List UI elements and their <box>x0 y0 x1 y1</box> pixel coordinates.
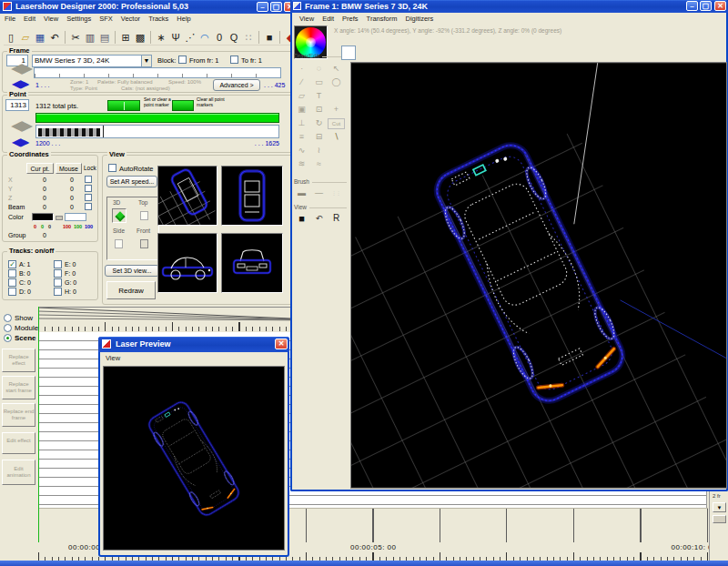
fit-view-icon[interactable]: ⊞ <box>118 30 133 45</box>
cut-icon[interactable]: ✂ <box>68 30 83 45</box>
menu-sfx[interactable]: SFX <box>99 15 113 23</box>
save-icon[interactable]: ▦ <box>33 30 47 45</box>
point-up-arrow[interactable]: ◆ <box>11 119 33 132</box>
redraw-r-button[interactable]: R <box>328 212 345 226</box>
zero-icon[interactable]: 0 <box>212 30 227 45</box>
hatch-tool-icon[interactable]: ≡ <box>293 130 310 144</box>
ruler-tool-icon[interactable]: ⊟ <box>310 130 328 144</box>
frame-menu-transform[interactable]: Transform <box>367 15 398 23</box>
replace-end-frame-button[interactable]: Replace end frame <box>2 403 35 427</box>
preview-top-pane[interactable] <box>221 166 283 226</box>
main-menubar[interactable]: FileEditViewSettingsSFXVectorTracksHelp <box>5 15 287 25</box>
display-list-icon[interactable]: ▩ <box>133 30 147 45</box>
preview-front-pane[interactable] <box>221 233 283 293</box>
color-swatch-target[interactable] <box>65 213 86 221</box>
laser-preview-close-button[interactable]: ✕ <box>275 339 288 349</box>
frame-menu-view[interactable]: View <box>299 15 314 23</box>
view-front-button[interactable] <box>137 237 152 251</box>
mouse-button[interactable]: Mouse <box>56 163 82 174</box>
menu-vector[interactable]: Vector <box>121 15 140 23</box>
point-down-arrow[interactable]: ◆ <box>12 136 29 148</box>
redraw-button[interactable]: Redraw <box>106 281 156 299</box>
rectangle-tool-icon[interactable]: ▭ <box>310 76 328 89</box>
laser-preview-menubar[interactable]: View <box>106 354 197 364</box>
open-folder-icon[interactable]: ▱ <box>18 30 33 45</box>
cur-pt-button[interactable]: Cur pt. <box>26 163 54 174</box>
track-b-checkbox[interactable] <box>8 269 16 278</box>
autorotate-checkbox[interactable] <box>108 164 116 172</box>
clear-all-markers-button[interactable] <box>172 100 194 111</box>
track-d-checkbox[interactable] <box>8 288 16 296</box>
block-from-checkbox[interactable] <box>178 56 187 64</box>
polygon-tool-icon[interactable]: ▱ <box>293 89 310 103</box>
new-icon[interactable]: ▯ <box>4 30 18 45</box>
coord-x-lock-checkbox[interactable] <box>85 176 92 183</box>
replace-effect-button[interactable]: Replace effect <box>2 349 35 372</box>
brush-wide-icon[interactable]: ▬ <box>293 187 310 200</box>
scroll-down-button[interactable]: ▼ <box>713 502 726 512</box>
replace-start-frame-button[interactable]: Replace start frame <box>2 376 35 399</box>
frame-window-titlebar[interactable]: Frame 1: BMW Series 7 3D, 24K – ▢ ✕ <box>290 0 728 13</box>
block-to-checkbox[interactable] <box>230 56 238 64</box>
ellipse-tool-icon[interactable]: ◯ <box>328 76 345 89</box>
menu-edit[interactable]: Edit <box>24 15 35 23</box>
preview-side-pane[interactable] <box>157 233 217 293</box>
laser-burst-icon[interactable]: ∗ <box>154 30 168 45</box>
point-marker-bar[interactable] <box>35 113 279 123</box>
coord-z-lock-checkbox[interactable] <box>85 194 92 201</box>
canvas-corner-checkbox[interactable] <box>341 45 356 60</box>
set-ar-speed-button[interactable]: Set AR speed... <box>106 176 157 187</box>
point-slider[interactable] <box>35 125 279 138</box>
maximize-button[interactable]: ▢ <box>270 2 282 12</box>
blank-frame-icon[interactable]: ■ <box>262 30 277 45</box>
smooth-tool-icon[interactable]: ≀ <box>310 144 328 157</box>
menu-settings[interactable]: Settings <box>66 15 91 23</box>
track-a-checkbox[interactable] <box>8 260 16 268</box>
undo-icon[interactable]: ↶ <box>47 30 62 45</box>
menu-help[interactable]: Help <box>177 15 190 23</box>
select-points-tool-icon[interactable]: ◌ <box>310 62 328 76</box>
approx-tool-icon[interactable]: ≈ <box>310 157 328 171</box>
advanced-button[interactable]: Advanced > <box>213 79 260 91</box>
laser-preview-titlebar[interactable]: Laser Preview ✕ <box>98 337 289 352</box>
scene-radio[interactable] <box>4 334 12 342</box>
color-swatch-current[interactable] <box>32 213 54 221</box>
laser-preview-menu-view[interactable]: View <box>106 354 120 362</box>
undo-view-icon[interactable]: ↶ <box>310 212 328 226</box>
view-side-button[interactable] <box>112 237 126 251</box>
menu-tracks[interactable]: Tracks <box>148 15 168 23</box>
frame-close-button[interactable]: ✕ <box>714 1 726 11</box>
module-radio[interactable] <box>4 324 12 332</box>
frame-menu-edit[interactable]: Edit <box>322 15 334 23</box>
preview-3d-pane[interactable] <box>157 166 217 226</box>
frame-window-menubar[interactable]: ViewEditPrefsTransformDigitizers <box>299 15 572 25</box>
walking-figure-icon[interactable]: Ψ <box>168 30 183 45</box>
point-tool-icon[interactable]: ∙ <box>293 62 310 76</box>
copy-icon[interactable]: ▥ <box>83 30 97 45</box>
menu-view[interactable]: View <box>44 15 58 23</box>
coord-beam-lock-checkbox[interactable] <box>85 203 92 210</box>
scanner-path-icon[interactable]: ⋰ <box>183 30 197 45</box>
frame-menu-digitizers[interactable]: Digitizers <box>405 15 433 23</box>
edit-animation-button[interactable]: Edit animation <box>2 460 35 485</box>
pen-tool-icon[interactable]: ∖ <box>328 130 345 144</box>
timeline-playhead[interactable] <box>38 307 39 542</box>
frame-minimize-button[interactable]: – <box>686 1 698 11</box>
color-slider-handle[interactable] <box>56 216 63 220</box>
coord-y-lock-checkbox[interactable] <box>85 185 92 192</box>
pick-tool-icon[interactable]: ↖ <box>328 62 345 76</box>
point-number-field[interactable]: 1313 <box>5 99 29 111</box>
frame-menu-prefs[interactable]: Prefs <box>342 15 359 23</box>
track-f-checkbox[interactable] <box>54 269 62 278</box>
set-3d-view-button[interactable]: Set 3D view... <box>105 265 159 277</box>
line-tool-icon[interactable]: ∕ <box>293 76 310 89</box>
view-top-button[interactable] <box>137 208 152 223</box>
point-slider-cursor[interactable] <box>103 126 104 138</box>
paste-icon[interactable]: ▤ <box>97 30 112 45</box>
frame-name-dropdown[interactable]: BMW Series 7 3D, 24K ▼ <box>32 55 152 67</box>
show-radio[interactable] <box>4 314 12 322</box>
axis-tool-icon[interactable]: ⊥ <box>293 116 310 130</box>
view-3d-button[interactable] <box>112 208 126 223</box>
frame-up-arrow[interactable]: ◆ <box>11 62 33 75</box>
track-c-checkbox[interactable] <box>8 278 16 287</box>
